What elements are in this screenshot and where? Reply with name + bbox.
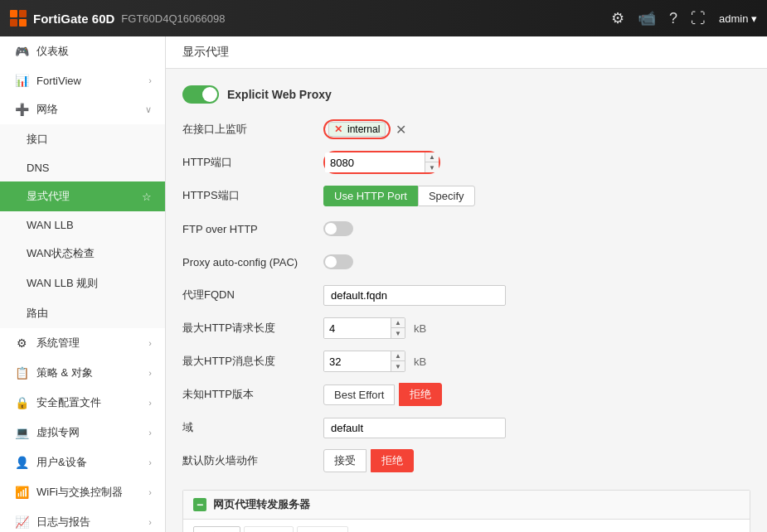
max-http-msg-field[interactable] <box>324 352 391 371</box>
sidebar: 🎮 仪表板 📊 FortiView › ➕ 网络 ∨ 接口 DNS 显式代理 ☆ <box>0 36 166 532</box>
star-icon: ☆ <box>142 191 152 203</box>
sidebar-item-wan-llb-rules[interactable]: WAN LLB 规则 <box>0 268 165 298</box>
sidebar-item-policy[interactable]: 📋 策略 & 对象 › <box>0 358 165 388</box>
default-fw-action-label: 默认防火墙动作 <box>182 453 323 468</box>
max-http-req-control: ▲ ▼ kB <box>323 317 750 339</box>
https-port-row: HTTPS端口 Use HTTP Port Specify <box>182 183 750 208</box>
sidebar-label-wan-check: WAN状态检查 <box>27 246 152 261</box>
http-port-number-input[interactable]: ▲ ▼ <box>325 152 439 172</box>
listen-interface-control: ✕ internal ✕ <box>323 119 750 139</box>
sidebar-label-routing: 路由 <box>27 306 152 321</box>
chevron-right-icon-7: › <box>148 487 152 497</box>
sidebar-item-explicit-proxy[interactable]: 显式代理 ☆ <box>0 181 165 211</box>
topbar: FortiGate 60D FGT60D4Q16066098 ⚙ 📹 ? ⛶ a… <box>0 0 767 36</box>
sidebar-item-dashboard[interactable]: 🎮 仪表板 <box>0 36 165 66</box>
interface-tag-input[interactable]: ✕ internal <box>323 119 391 139</box>
http-port-row: HTTP端口 ▲ ▼ <box>182 150 750 175</box>
use-http-port-btn[interactable]: Use HTTP Port <box>323 186 418 206</box>
explicit-proxy-header: Explicit Web Proxy <box>182 85 750 104</box>
unknown-http-ver-control: Best Effort 拒绝 <box>323 383 750 406</box>
topbar-actions: ⚙ 📹 ? ⛶ admin ▾ <box>611 9 757 27</box>
proxy-fqdn-input[interactable] <box>323 285 506 306</box>
network-icon: ➕ <box>13 103 30 116</box>
max-http-req-up[interactable]: ▲ <box>391 318 405 328</box>
specify-btn[interactable]: Specify <box>418 186 475 206</box>
chevron-right-icon: › <box>148 75 152 85</box>
max-http-req-field[interactable] <box>324 319 391 338</box>
sidebar-item-fortiview[interactable]: 📊 FortiView › <box>0 66 165 94</box>
http-port-label: HTTP端口 <box>182 155 323 170</box>
max-http-req-unit: kB <box>414 322 426 335</box>
sidebar-item-dns[interactable]: DNS <box>0 154 165 181</box>
sidebar-item-routing[interactable]: 路由 <box>0 298 165 328</box>
max-http-msg-down[interactable]: ▼ <box>391 361 405 371</box>
chevron-right-icon-4: › <box>148 398 152 408</box>
expand-icon[interactable]: ⛶ <box>691 10 706 27</box>
sidebar-item-users[interactable]: 👤 用户&设备 › <box>0 447 165 477</box>
user-menu[interactable]: admin ▾ <box>719 12 757 25</box>
help-icon[interactable]: ? <box>669 10 677 27</box>
listen-interface-row: 在接口上监听 ✕ internal ✕ <box>182 117 750 142</box>
sidebar-label-fortiview: FortiView <box>36 75 148 87</box>
sidebar-item-wifi[interactable]: 📶 WiFi与交换控制器 › <box>0 477 165 507</box>
sidebar-item-wan-check[interactable]: WAN状态检查 <box>0 239 165 268</box>
ftp-http-toggle[interactable] <box>323 221 353 236</box>
collapse-icon[interactable]: − <box>193 498 206 511</box>
settings-icon[interactable]: ⚙ <box>611 9 624 27</box>
sidebar-item-interface[interactable]: 接口 <box>0 124 165 154</box>
interface-tag: ✕ internal <box>328 122 386 137</box>
unknown-http-ver-label: 未知HTTP版本 <box>182 387 323 402</box>
max-http-req-label: 最大HTTP请求长度 <box>182 321 323 336</box>
http-port-field[interactable] <box>325 153 425 172</box>
max-http-req-input-wrap: ▲ ▼ <box>323 317 405 339</box>
best-effort-btn[interactable]: Best Effort <box>323 384 395 405</box>
chevron-right-icon-8: › <box>148 517 152 527</box>
reject-http-ver-btn[interactable]: 拒绝 <box>399 383 442 406</box>
ftp-http-label: FTP over HTTP <box>182 223 323 235</box>
http-port-down[interactable]: ▼ <box>425 162 439 172</box>
proxy-fqdn-label: 代理FQDN <box>182 288 323 302</box>
interface-clear-icon[interactable]: ✕ <box>396 122 406 138</box>
pac-control <box>323 254 750 269</box>
video-icon[interactable]: 📹 <box>638 9 656 27</box>
listen-interface-label: 在接口上监听 <box>182 122 323 137</box>
sidebar-item-security[interactable]: 🔒 安全配置文件 › <box>0 388 165 418</box>
tag-x-icon[interactable]: ✕ <box>334 123 342 135</box>
product-name: FortiGate 60D <box>33 12 114 26</box>
delete-btn[interactable]: 🗑 删除 <box>297 526 348 532</box>
new-btn[interactable]: + 新建 <box>193 526 240 532</box>
toggle-knob <box>202 87 217 102</box>
proxy-fqdn-control <box>323 285 750 306</box>
max-http-req-down[interactable]: ▼ <box>391 328 405 338</box>
subsection-header: − 网页代理转发服务器 <box>183 491 750 520</box>
sidebar-label-wan-llb-rules: WAN LLB 规则 <box>27 276 152 291</box>
unknown-http-ver-row: 未知HTTP版本 Best Effort 拒绝 <box>182 382 750 407</box>
default-fw-action-control: 接受 拒绝 <box>323 449 750 472</box>
explicit-proxy-toggle[interactable] <box>182 85 219 104</box>
edit-btn[interactable]: ✏ 编辑 <box>244 526 294 532</box>
sidebar-item-sysadmin[interactable]: ⚙ 系统管理 › <box>0 328 165 358</box>
max-http-msg-input-wrap: ▲ ▼ <box>323 351 405 372</box>
domain-input[interactable] <box>323 418 506 438</box>
form-area: Explicit Web Proxy 在接口上监听 ✕ internal ✕ <box>166 69 767 532</box>
ftp-http-row: FTP over HTTP <box>182 216 750 241</box>
accept-btn[interactable]: 接受 <box>323 449 367 472</box>
vpn-icon: 💻 <box>13 426 30 439</box>
http-port-up[interactable]: ▲ <box>425 152 439 162</box>
sidebar-item-wan-llb[interactable]: WAN LLB <box>0 211 165 239</box>
pac-label: Proxy auto-config (PAC) <box>182 256 323 268</box>
sidebar-label-wan-llb: WAN LLB <box>27 219 152 231</box>
max-http-req-spinners: ▲ ▼ <box>391 318 405 338</box>
subsection-title: 网页代理转发服务器 <box>213 497 310 512</box>
sidebar-label-network: 网络 <box>36 102 145 117</box>
max-http-req-row: 最大HTTP请求长度 ▲ ▼ kB <box>182 316 750 341</box>
sidebar-item-log[interactable]: 📈 日志与报告 › <box>0 507 165 532</box>
pac-toggle[interactable] <box>323 254 353 269</box>
sidebar-item-vpn[interactable]: 💻 虚拟专网 › <box>0 418 165 447</box>
max-http-msg-up[interactable]: ▲ <box>391 351 405 361</box>
reject-fw-btn[interactable]: 拒绝 <box>371 449 414 472</box>
max-http-msg-spinners: ▲ ▼ <box>391 351 405 371</box>
sidebar-item-network[interactable]: ➕ 网络 ∨ <box>0 94 165 124</box>
sidebar-label-users: 用户&设备 <box>36 455 148 470</box>
max-http-msg-control: ▲ ▼ kB <box>323 351 750 372</box>
